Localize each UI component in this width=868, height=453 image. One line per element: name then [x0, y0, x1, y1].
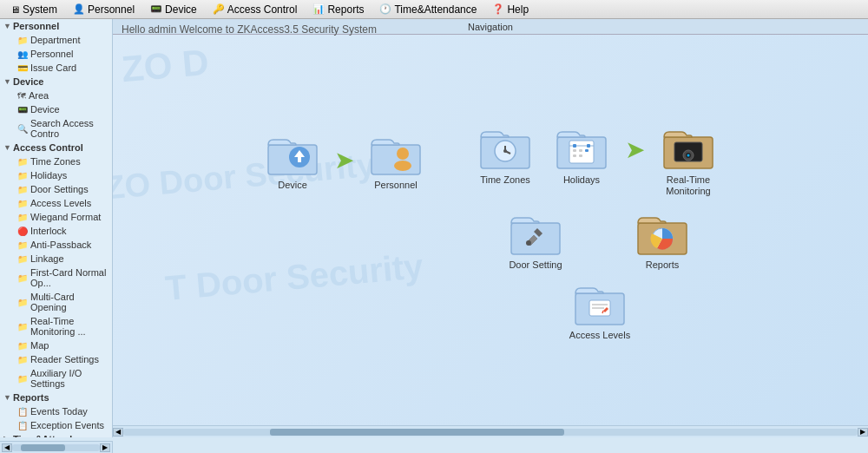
- sidebar-root-time-attendance[interactable]: ▶ Time&Attendance: [0, 432, 112, 437]
- svg-rect-20: [579, 154, 582, 157]
- reports-menu-icon: 📊: [312, 3, 325, 15]
- sidebar-item-linkage[interactable]: 📁 Linkage: [0, 252, 112, 266]
- sidebar-item-search-access[interactable]: 🔍 Search Access Contro: [0, 116, 112, 141]
- map-icon: 📁: [17, 341, 28, 351]
- menu-help[interactable]: ❓ Help: [485, 2, 536, 17]
- sidebar-scrollbar[interactable]: ◀ ▶: [0, 441, 113, 453]
- menu-reports[interactable]: 📊 Reports: [306, 2, 371, 17]
- search-icon: 🔍: [17, 124, 28, 134]
- content-scrollbar[interactable]: ◀ ▶: [113, 425, 868, 437]
- sidebar-group-time-attendance: ▶ Time&Attendance: [0, 432, 112, 437]
- icon-access-levels[interactable]: Access Levels: [565, 279, 635, 341]
- sidebar-group-access-control: ▼ Access Control 📁 Time Zones 📁 Holidays…: [0, 141, 112, 391]
- holidays-label: Holidays: [563, 174, 600, 186]
- menu-access-control[interactable]: 🔑 Access Control: [206, 2, 305, 17]
- welcome-message: Hello admin Welcome to ZKAccess3.5 Secur…: [122, 23, 377, 36]
- folder-icon: 📁: [17, 273, 28, 283]
- expand-icon: ▼: [3, 77, 10, 86]
- folder-icon: 📁: [17, 199, 28, 208]
- sidebar-root-personnel[interactable]: ▼ Personnel: [0, 19, 112, 33]
- sidebar-scroll-track[interactable]: [12, 444, 100, 451]
- sidebar-item-time-zones[interactable]: 📁 Time Zones: [0, 154, 112, 168]
- main-layout: ▼ Personnel 📁 Department 👥 Personnel 💳 I…: [0, 19, 868, 437]
- sidebar-item-department[interactable]: 📁 Department: [0, 33, 112, 47]
- sidebar-root-access-control[interactable]: ▼ Access Control: [0, 141, 112, 154]
- scroll-left-button[interactable]: ◀: [113, 428, 123, 437]
- menu-time-attendance[interactable]: 🕐 Time&Attendance: [372, 2, 483, 17]
- sidebar-item-map[interactable]: 📁 Map: [0, 338, 112, 352]
- device-menu-icon: 📟: [150, 3, 162, 15]
- people-icon: 👥: [17, 49, 28, 59]
- icon-device[interactable]: Device: [258, 129, 327, 191]
- expand-icon: ▼: [3, 393, 10, 402]
- content-area: Navigation Hello admin Welcome to ZKAcce…: [113, 19, 868, 437]
- sidebar: ▼ Personnel 📁 Department 👥 Personnel 💳 I…: [0, 19, 113, 437]
- menu-system[interactable]: 🖥 System: [3, 2, 64, 17]
- time-root-label: Time&Attendance: [13, 434, 94, 437]
- sidebar-item-device[interactable]: 📟 Device: [0, 102, 112, 116]
- scroll-thumb[interactable]: [270, 429, 563, 436]
- svg-rect-18: [585, 149, 589, 152]
- personnel-root-label: Personnel: [13, 21, 59, 31]
- sidebar-item-wiegand[interactable]: 📁 Wiegand Format: [0, 210, 112, 224]
- sidebar-item-area[interactable]: 🗺 Area: [0, 89, 112, 102]
- access-levels-label: Access Levels: [569, 330, 630, 341]
- sidebar-root-reports[interactable]: ▼ Reports: [0, 391, 112, 404]
- folder-icon: 📁: [17, 157, 28, 167]
- sidebar-item-realtime[interactable]: 📁 Real-Time Monitoring ...: [0, 314, 112, 338]
- device-icon: 📟: [17, 105, 28, 115]
- sidebar-item-first-card[interactable]: 📁 First-Card Normal Op...: [0, 266, 112, 290]
- timezones-label: Time Zones: [480, 174, 530, 186]
- sidebar-scroll-left[interactable]: ◀: [2, 443, 12, 452]
- sidebar-item-auxiliary[interactable]: 📁 Auxiliary I/O Settings: [0, 366, 112, 391]
- sidebar-item-anti-passback[interactable]: 📁 Anti-Passback: [0, 238, 112, 252]
- menu-device[interactable]: 📟 Device: [143, 2, 204, 17]
- card-icon: 💳: [17, 63, 28, 73]
- icon-personnel[interactable]: Personnel: [361, 129, 431, 191]
- arrow-1: ➤: [334, 146, 354, 174]
- svg-point-25: [687, 154, 690, 157]
- sidebar-item-exception-events[interactable]: 📋 Exception Events: [0, 418, 112, 432]
- icon-timezones[interactable]: Time Zones: [470, 124, 540, 186]
- folder-icon: 📁: [17, 171, 28, 181]
- svg-line-34: [602, 311, 603, 313]
- sidebar-item-reader-settings[interactable]: 📁 Reader Settings: [0, 352, 112, 366]
- sidebar-item-interlock[interactable]: 🔴 Interlock: [0, 224, 112, 238]
- icon-holidays[interactable]: Holidays: [547, 124, 616, 186]
- folder-icon: 📁: [17, 374, 28, 384]
- device-root-label: Device: [13, 76, 43, 87]
- sidebar-scroll-thumb[interactable]: [21, 444, 65, 451]
- folder-icon: 📁: [17, 213, 28, 222]
- sidebar-item-access-levels[interactable]: 📁 Access Levels: [0, 196, 112, 210]
- svg-rect-15: [587, 144, 590, 148]
- icon-door-setting[interactable]: Door Setting: [501, 209, 570, 271]
- interlock-icon: 🔴: [17, 226, 28, 236]
- personnel-label: Personnel: [374, 180, 418, 191]
- sidebar-item-personnel[interactable]: 👥 Personnel: [0, 47, 112, 61]
- realtime-label: Real-Time Monitoring: [654, 174, 723, 197]
- sidebar-item-door-settings[interactable]: 📁 Door Settings: [0, 182, 112, 196]
- door-setting-label: Door Setting: [509, 259, 562, 271]
- expand-icon: ▼: [3, 22, 10, 30]
- reports-label: Reports: [646, 259, 680, 271]
- scroll-track[interactable]: [123, 429, 858, 436]
- icon-reports[interactable]: Reports: [628, 209, 697, 271]
- menu-personnel[interactable]: 👤 Personnel: [66, 2, 141, 17]
- sidebar-item-multi-card[interactable]: 📁 Multi-Card Opening: [0, 290, 112, 314]
- sidebar-item-holidays[interactable]: 📁 Holidays: [0, 168, 112, 182]
- nav-label: Navigation: [468, 22, 513, 32]
- exception-icon: 📋: [17, 421, 28, 430]
- sidebar-root-device[interactable]: ▼ Device: [0, 75, 112, 89]
- menu-bar: 🖥 System 👤 Personnel 📟 Device 🔑 Access C…: [0, 0, 868, 19]
- scroll-right-button[interactable]: ▶: [858, 428, 868, 437]
- svg-point-4: [397, 148, 409, 160]
- sidebar-scroll-right[interactable]: ▶: [100, 443, 110, 452]
- svg-rect-17: [579, 149, 582, 152]
- expand-icon: ▶: [3, 435, 10, 437]
- icon-realtime[interactable]: Real-Time Monitoring: [654, 124, 723, 197]
- reports-root-label: Reports: [13, 392, 49, 403]
- sidebar-item-events-today[interactable]: 📋 Events Today: [0, 404, 112, 418]
- svg-rect-14: [573, 144, 576, 148]
- sidebar-item-issue-card[interactable]: 💳 Issue Card: [0, 61, 112, 75]
- personnel-menu-icon: 👤: [73, 3, 85, 15]
